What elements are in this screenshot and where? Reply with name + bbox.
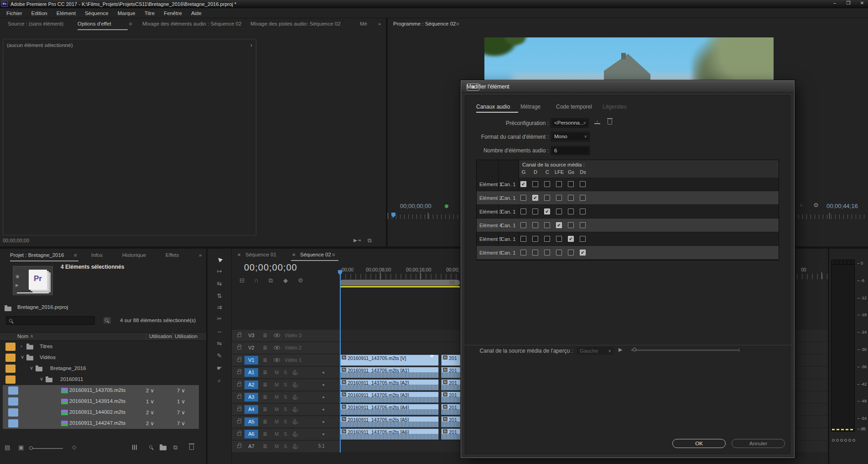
lock-icon[interactable] xyxy=(237,420,241,423)
tree-row[interactable]: 20160911_144002.m2ts2 ∨7 ∨ xyxy=(3,407,199,418)
mute-button[interactable]: M xyxy=(275,370,279,375)
thumbnail-scrub-bar[interactable] xyxy=(17,292,49,293)
tree-row[interactable]: ∨Vidéos xyxy=(0,352,206,363)
dialog-title-bar[interactable]: Modifier l'élément ✕ xyxy=(461,81,794,93)
tree-expanded-arrow[interactable]: ∨ xyxy=(40,376,43,382)
checkbox-5-G[interactable] xyxy=(520,236,526,242)
pen-tool[interactable]: ✎ xyxy=(208,352,231,359)
checkbox-3-D[interactable] xyxy=(532,209,538,214)
solo-button[interactable]: S xyxy=(284,394,287,400)
selection-tool[interactable]: ▶ xyxy=(209,249,230,271)
keyframe-nav-icon[interactable]: ◂ xyxy=(322,382,324,387)
keyframe-nav-icon[interactable]: ◂ xyxy=(322,419,324,424)
new-bin-icon[interactable] xyxy=(160,446,166,450)
timeline-timecode[interactable]: 00;00;00;00 xyxy=(244,262,297,273)
checkbox-4-LFE[interactable]: ✔ xyxy=(556,222,562,228)
dialog-tab-m-trage[interactable]: Métrage xyxy=(520,104,541,110)
label-color-chip[interactable] xyxy=(5,365,16,373)
checkbox-5-C[interactable] xyxy=(544,236,550,242)
tab-projet-bretagne-2016[interactable]: Projet : Bretagne_2016 xyxy=(10,252,64,258)
track-target-badge-A4[interactable]: A4 xyxy=(244,405,258,414)
timeline-clip[interactable]: fx20160911_143705.m2ts [A4] xyxy=(340,404,439,415)
menu-elément[interactable]: Elément xyxy=(52,9,80,17)
lock-icon[interactable] xyxy=(237,433,241,436)
mute-button[interactable]: M xyxy=(275,443,279,449)
checkbox-4-G[interactable] xyxy=(520,222,526,228)
export-frame-icon[interactable]: ⧉ xyxy=(368,237,372,244)
mute-button[interactable]: M xyxy=(275,394,279,400)
lock-icon[interactable] xyxy=(237,445,241,448)
channel-format-dropdown[interactable]: Mono∨ xyxy=(551,132,590,141)
timeline-clip[interactable]: fx20160911_143705.m2ts [A6] xyxy=(340,428,439,440)
label-color-chip[interactable] xyxy=(8,408,18,417)
razor-tool[interactable]: ✂ xyxy=(208,315,231,322)
keyframe-nav-icon[interactable]: ◂ xyxy=(322,370,324,375)
checkbox-2-Ds[interactable] xyxy=(580,195,586,201)
menu-marque[interactable]: Marque xyxy=(113,9,140,17)
tree-collapsed-arrow[interactable]: › xyxy=(21,343,22,349)
checkbox-4-C[interactable] xyxy=(544,222,550,228)
checkbox-5-Gs[interactable]: ✔ xyxy=(568,236,574,242)
play-in-to-out-icon[interactable]: ▶⇥ xyxy=(353,238,361,243)
add-marker-icon[interactable]: ◆ xyxy=(283,277,288,284)
usage-count[interactable]: 1 ∨ xyxy=(146,398,154,405)
track-select-forward-tool[interactable]: ↦ xyxy=(208,268,231,275)
menu-fichier[interactable]: Fichier xyxy=(2,9,27,17)
usage-count[interactable]: 2 ∨ xyxy=(146,409,154,416)
solo-button[interactable]: S xyxy=(284,443,287,449)
clip-thumbnail[interactable]: ◉▶Pr xyxy=(13,266,53,295)
label-color-chip[interactable] xyxy=(8,397,18,406)
label-color-chip[interactable] xyxy=(5,375,16,384)
solo-channel-dot[interactable] xyxy=(840,439,843,442)
tab-effets[interactable]: Effets xyxy=(166,252,179,258)
new-item-icon[interactable]: ⧉ xyxy=(173,444,177,451)
tab-infos[interactable]: Infos xyxy=(91,252,103,258)
voiceover-record-icon[interactable] xyxy=(294,407,296,411)
mute-button[interactable]: M xyxy=(275,382,279,387)
dialog-close-button[interactable]: ✕ xyxy=(467,83,479,91)
rate-stretch-tool[interactable]: ⇉ xyxy=(208,304,231,311)
menu-séquence[interactable]: Séquence xyxy=(80,9,113,17)
tab-program-monitor[interactable]: Programme : Séquence 02 xyxy=(393,21,456,26)
timeline-clip[interactable]: fx20160911_143705.m2ts [A5] xyxy=(340,416,439,428)
tree-row[interactable]: 20160911_144247.m2ts2 ∨7 ∨ xyxy=(3,418,199,429)
snap-icon[interactable]: ∩ xyxy=(254,277,258,284)
timeline-clip[interactable]: fx20160911_143705.m2ts [V] xyxy=(340,355,439,366)
camera-icon[interactable]: ◉ xyxy=(16,274,20,279)
tree-row[interactable]: ›Titres xyxy=(0,341,206,352)
checkbox-1-C[interactable] xyxy=(544,181,550,187)
checkbox-5-D[interactable] xyxy=(532,236,538,242)
keyframe-nav-icon[interactable]: ◂ xyxy=(322,407,324,412)
keyframe-nav-icon[interactable]: ◂ xyxy=(322,395,324,399)
column-usage-2[interactable]: Utilisation xyxy=(175,334,198,339)
slip-tool[interactable]: ↔ xyxy=(208,328,231,334)
lock-icon[interactable] xyxy=(237,371,241,374)
mute-button[interactable]: M xyxy=(275,419,279,424)
sync-lock-icon[interactable]: ≣ xyxy=(263,357,267,363)
solo-channel-dot[interactable] xyxy=(836,439,839,442)
preview-volume-slider[interactable] xyxy=(631,349,739,351)
checkbox-5-Ds[interactable] xyxy=(580,236,586,242)
solo-button[interactable]: S xyxy=(284,370,287,375)
usage-count[interactable]: 7 ∨ xyxy=(177,420,185,427)
sync-lock-icon[interactable]: ≣ xyxy=(263,394,267,400)
checkbox-6-Gs[interactable] xyxy=(568,250,574,255)
solo-button[interactable]: S xyxy=(284,382,287,387)
ok-button[interactable]: OK xyxy=(672,439,726,448)
solo-channel-dot[interactable] xyxy=(848,439,851,442)
track-target-badge-A6[interactable]: A6 xyxy=(244,430,258,438)
column-name[interactable]: Nom xyxy=(17,334,28,339)
sync-lock-icon[interactable]: ≣ xyxy=(263,443,267,449)
preview-play-icon[interactable]: ▶ xyxy=(619,347,622,353)
track-target-badge-A1[interactable]: A1 xyxy=(244,368,258,377)
solo-channel-dot[interactable] xyxy=(844,439,847,442)
find-icon-button[interactable] xyxy=(104,317,111,323)
automate-to-sequence-icon[interactable] xyxy=(132,445,137,450)
track-target-badge-A2[interactable]: A2 xyxy=(244,381,258,389)
panel-tab-1[interactable]: Options d'effet xyxy=(78,21,111,26)
voiceover-record-icon[interactable] xyxy=(294,432,296,436)
resolution-chevron-icon[interactable]: ∨ xyxy=(800,203,803,208)
menu-titre[interactable]: Titre xyxy=(140,9,160,17)
preset-dropdown[interactable]: <Personna...∨ xyxy=(551,118,589,128)
timeline-clip[interactable]: fx20160911_143705.m2ts [A2] xyxy=(340,379,439,391)
